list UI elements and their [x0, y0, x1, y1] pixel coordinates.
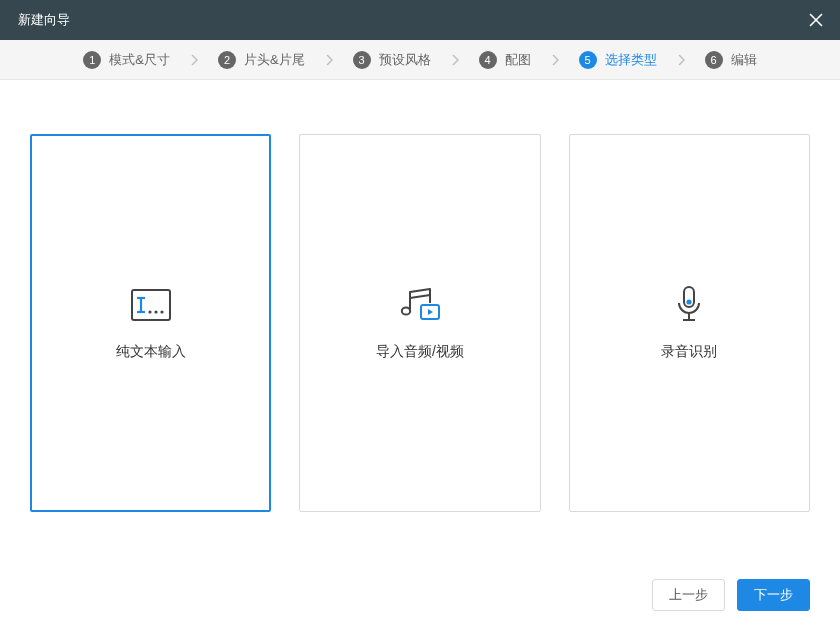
step-label: 编辑	[731, 51, 757, 69]
chevron-right-icon	[451, 54, 459, 66]
step-badge: 4	[479, 51, 497, 69]
card-import-media[interactable]: 导入音频/视频	[299, 134, 540, 512]
step-label: 配图	[505, 51, 531, 69]
titlebar: 新建向导	[0, 0, 840, 40]
content-area: 纯文本输入 导入音频/视频 录音识别	[0, 80, 840, 565]
svg-point-16	[687, 299, 692, 304]
step-label: 预设风格	[379, 51, 431, 69]
microphone-icon	[667, 285, 711, 325]
card-voice-recognition[interactable]: 录音识别	[569, 134, 810, 512]
svg-point-8	[160, 310, 163, 313]
card-text-input[interactable]: 纯文本输入	[30, 134, 271, 512]
step-3[interactable]: 3 预设风格	[349, 51, 435, 69]
svg-point-6	[148, 310, 151, 313]
step-5[interactable]: 5 选择类型	[575, 51, 661, 69]
step-label: 片头&片尾	[244, 51, 305, 69]
svg-line-9	[410, 295, 430, 298]
card-label: 导入音频/视频	[376, 343, 464, 361]
step-badge: 5	[579, 51, 597, 69]
chevron-right-icon	[325, 54, 333, 66]
step-2[interactable]: 2 片头&片尾	[214, 51, 309, 69]
svg-point-10	[402, 307, 410, 314]
step-badge: 1	[83, 51, 101, 69]
next-button[interactable]: 下一步	[737, 579, 810, 611]
svg-point-7	[154, 310, 157, 313]
step-1[interactable]: 1 模式&尺寸	[79, 51, 174, 69]
footer: 上一步 下一步	[0, 565, 840, 625]
step-bar: 1 模式&尺寸 2 片头&片尾 3 预设风格 4 配图 5 选择类型 6 编辑	[0, 40, 840, 80]
step-label: 选择类型	[605, 51, 657, 69]
card-label: 录音识别	[661, 343, 717, 361]
close-button[interactable]	[804, 8, 828, 32]
step-6[interactable]: 6 编辑	[701, 51, 761, 69]
chevron-right-icon	[677, 54, 685, 66]
step-badge: 3	[353, 51, 371, 69]
text-input-icon	[129, 285, 173, 325]
titlebar-title: 新建向导	[18, 11, 70, 29]
prev-button[interactable]: 上一步	[652, 579, 725, 611]
music-video-icon	[398, 285, 442, 325]
step-badge: 6	[705, 51, 723, 69]
step-label: 模式&尺寸	[109, 51, 170, 69]
step-4[interactable]: 4 配图	[475, 51, 535, 69]
step-badge: 2	[218, 51, 236, 69]
chevron-right-icon	[190, 54, 198, 66]
chevron-right-icon	[551, 54, 559, 66]
svg-rect-2	[132, 290, 170, 320]
close-icon	[809, 13, 823, 27]
card-label: 纯文本输入	[116, 343, 186, 361]
